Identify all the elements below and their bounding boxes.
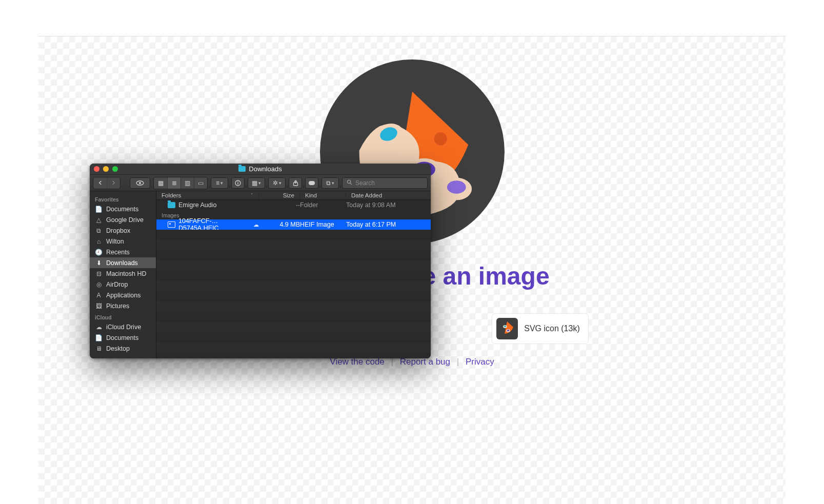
svg-line-24	[350, 183, 352, 184]
finder-window[interactable]: Downloads ▦ ≣ ▥ ▭ ≡▾ ▦▾ ✲▾	[90, 164, 431, 358]
sidebar-item-applications[interactable]: AApplications	[90, 290, 156, 300]
search-input[interactable]	[355, 179, 423, 187]
pictures-icon: 🖼	[95, 303, 103, 310]
share-button[interactable]	[289, 177, 302, 189]
sidebar-item-label: Dropbox	[106, 227, 130, 234]
dropbox-button[interactable]: ⧉▾	[321, 177, 339, 189]
sidebar-item-dropbox[interactable]: ⧉Dropbox	[90, 225, 156, 236]
sidebar-item-label: Recents	[106, 249, 130, 256]
file-row[interactable]: 104FAFCF-…D5745A.HEIC☁4.9 MBHEIF ImageTo…	[156, 219, 431, 230]
sidebar-item-label: Macintosh HD	[106, 270, 147, 277]
quicklook-button[interactable]	[130, 177, 150, 189]
finder-sidebar: Favorites📄Documents△Google Drive⧉Dropbox…	[90, 191, 156, 358]
empty-rows	[156, 230, 431, 358]
sidebar-item-label: iCloud Drive	[106, 324, 141, 331]
sort-indicator-icon: ˄	[251, 193, 253, 198]
example-chip-label: SVG icon (13k)	[524, 324, 579, 333]
get-info-button[interactable]	[231, 177, 245, 189]
column-header-kind[interactable]: Kind	[300, 191, 346, 199]
recents-icon: 🕘	[95, 249, 103, 256]
airdrop-icon: ◎	[95, 281, 103, 288]
example-chip-svg[interactable]: SVG icon (13k)	[492, 313, 588, 344]
tags-button[interactable]	[305, 177, 318, 189]
column-header-row: Folders ˄ Size Kind Date Added	[156, 191, 431, 200]
group-by-button[interactable]: ≡▾	[211, 177, 228, 189]
file-date: Today at 9:08 AM	[346, 201, 431, 209]
sidebar-section-label: Favorites	[90, 193, 156, 204]
file-date: Today at 6:17 PM	[346, 221, 431, 228]
file-kind: HEIF Image	[300, 221, 346, 228]
finder-list-pane: Folders ˄ Size Kind Date Added Emigre Au…	[156, 191, 431, 358]
file-size: 4.9 MB	[259, 221, 300, 228]
sidebar-item-label: Documents	[106, 206, 138, 213]
separator: |	[457, 357, 459, 367]
sidebar-section-label: iCloud	[90, 311, 156, 321]
sidebar-item-pictures[interactable]: 🖼Pictures	[90, 300, 156, 311]
folder-row[interactable]: Emigre Audio--FolderToday at 9:08 AM	[156, 200, 431, 210]
forward-button[interactable]	[107, 177, 120, 189]
finder-titlebar[interactable]: Downloads	[90, 164, 431, 175]
folder-icon	[168, 202, 175, 208]
link-privacy[interactable]: Privacy	[466, 357, 494, 367]
column-header-size[interactable]: Size	[259, 191, 300, 199]
search-icon	[347, 179, 352, 187]
view-icon-button[interactable]: ▦	[154, 177, 167, 189]
footer-links: View the code | Report a bug | Privacy	[38, 357, 786, 367]
svg-point-23	[347, 180, 350, 183]
window-title: Downloads	[249, 165, 282, 173]
svg-rect-22	[309, 181, 315, 185]
applications-icon: A	[95, 292, 103, 299]
arrange-button[interactable]: ▦▾	[248, 177, 265, 189]
view-mode-segmented: ▦ ≣ ▥ ▭	[153, 177, 208, 189]
sidebar-item-documents[interactable]: 📄Documents	[90, 204, 156, 214]
macintosh-hd-icon: ⊟	[95, 270, 103, 277]
sidebar-item-label: Google Drive	[106, 216, 144, 224]
sidebar-item-label: AirDrop	[106, 281, 128, 288]
column-header-name[interactable]: Folders ˄	[156, 191, 259, 199]
window-minimize-button[interactable]	[103, 166, 109, 172]
example-thumbnail	[496, 318, 518, 339]
google-drive-icon: △	[95, 216, 103, 224]
sidebar-item-wilton[interactable]: ⌂Wilton	[90, 236, 156, 247]
action-button[interactable]: ✲▾	[268, 177, 286, 189]
sidebar-item-recents[interactable]: 🕘Recents	[90, 247, 156, 257]
file-name: Emigre Audio	[178, 201, 216, 209]
downloads-icon: ⬇	[95, 259, 103, 267]
sidebar-item-label: Pictures	[106, 303, 129, 310]
sidebar-item-airdrop[interactable]: ◎AirDrop	[90, 279, 156, 290]
sidebar-item-label: Documents	[106, 334, 138, 341]
desktop-icon: 🖥	[95, 345, 103, 352]
sidebar-item-label: Applications	[106, 292, 140, 299]
documents-icon: 📄	[95, 206, 103, 213]
window-zoom-button[interactable]	[112, 166, 118, 172]
svg-point-15	[507, 330, 510, 331]
svg-point-13	[504, 326, 506, 327]
svg-rect-19	[237, 183, 238, 185]
view-column-button[interactable]: ▥	[180, 177, 194, 189]
svg-point-17	[139, 182, 141, 184]
window-close-button[interactable]	[94, 166, 99, 172]
icloud-drive-icon: ☁	[95, 324, 103, 331]
sidebar-item-icloud-drive[interactable]: ☁iCloud Drive	[90, 321, 156, 332]
sidebar-item-documents-2[interactable]: 📄Documents	[90, 332, 156, 343]
view-list-button[interactable]: ≣	[167, 177, 180, 189]
svg-rect-20	[237, 181, 238, 182]
search-field-container	[342, 177, 428, 189]
folder-icon	[238, 166, 246, 172]
sidebar-item-macintosh-hd[interactable]: ⊟Macintosh HD	[90, 268, 156, 279]
file-size: --	[259, 201, 300, 209]
column-header-date[interactable]: Date Added	[346, 191, 431, 199]
sidebar-item-desktop[interactable]: 🖥Desktop	[90, 343, 156, 354]
sidebar-item-label: Desktop	[106, 345, 130, 352]
sidebar-item-label: Downloads	[106, 259, 138, 267]
wilton-icon: ⌂	[95, 238, 103, 245]
nav-buttons	[93, 177, 120, 189]
sidebar-item-google-drive[interactable]: △Google Drive	[90, 214, 156, 225]
view-gallery-button[interactable]: ▭	[194, 177, 207, 189]
cloud-icon: ☁	[253, 221, 259, 228]
sidebar-item-downloads[interactable]: ⬇Downloads	[90, 257, 156, 268]
sidebar-item-label: Wilton	[106, 238, 124, 245]
finder-toolbar: ▦ ≣ ▥ ▭ ≡▾ ▦▾ ✲▾ ⧉▾	[90, 175, 431, 191]
file-kind: Folder	[300, 201, 346, 209]
back-button[interactable]	[93, 177, 107, 189]
